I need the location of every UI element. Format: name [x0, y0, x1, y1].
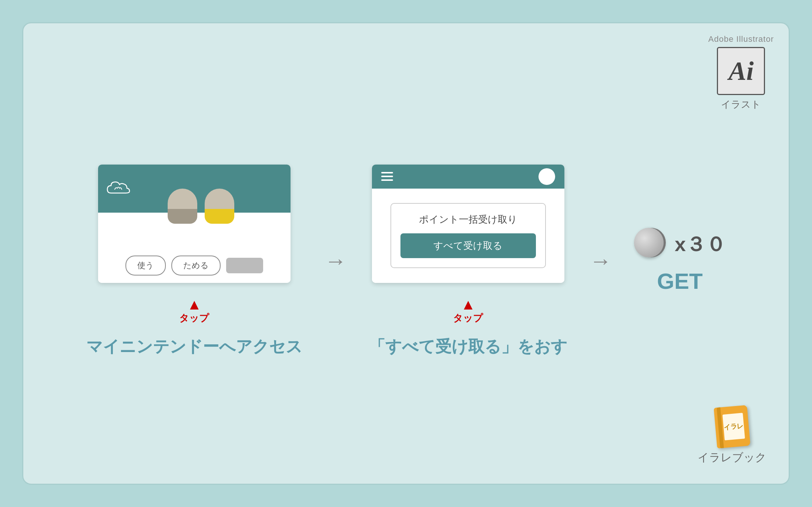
gray-button	[226, 258, 263, 273]
screen1-mockup: 使う ためる	[98, 165, 291, 283]
steps-container: 使う ためる ▲ タップ マイニンテンドーへアクセス →	[57, 165, 755, 358]
step3: x３０ GET	[634, 228, 726, 294]
receive-all-button[interactable]: すべて受け取る	[400, 233, 536, 258]
step1-label: マイニンテンドーへアクセス	[86, 336, 302, 358]
point-card: ポイント一括受け取り すべて受け取る	[390, 203, 546, 268]
step2-tap-arrow: ▲	[461, 297, 476, 312]
coin-face	[634, 228, 664, 257]
get-coin-row: x３０	[634, 228, 726, 261]
avatar2-top	[205, 189, 234, 209]
ai-logo-box: Ai	[717, 47, 765, 95]
step1-tap-arrow: ▲	[187, 297, 202, 312]
step2-tap: ▲ タップ	[453, 297, 483, 325]
book-inner-text: イラレ	[723, 421, 744, 432]
arrow1: →	[325, 248, 347, 274]
illust-book: イラレ イラレブック	[698, 406, 766, 465]
hamburger-icon	[381, 172, 393, 181]
ai-label: イラスト	[721, 98, 761, 111]
step1-tap-label: タップ	[179, 312, 209, 325]
screen1-buttons: 使う ためる	[125, 256, 263, 276]
screen2-body: ポイント一括受け取り すべて受け取る	[372, 189, 564, 283]
screen2-header	[372, 165, 564, 189]
header-profile-circle	[538, 168, 555, 185]
avatar1	[168, 189, 197, 224]
avatar1-bottom	[168, 209, 197, 224]
step1-tap: ▲ タップ	[179, 297, 209, 325]
screen2-mockup: ポイント一括受け取り すべて受け取る	[372, 165, 564, 283]
get-section: x３０ GET	[634, 228, 726, 294]
avatar2-bottom	[205, 209, 234, 224]
ai-badge: Adobe Illustrator Ai イラスト	[708, 34, 774, 111]
book-icon: イラレ	[714, 405, 750, 448]
cloud-icon	[105, 180, 131, 197]
screen1-avatars	[168, 189, 234, 224]
coin-multiplier: x３０	[675, 231, 726, 258]
step1: 使う ためる ▲ タップ マイニンテンドーへアクセス	[86, 165, 302, 358]
screen1-header	[98, 165, 291, 213]
avatar1-top	[168, 189, 197, 209]
step2-tap-label: タップ	[453, 312, 483, 325]
point-card-title: ポイント一括受け取り	[419, 213, 517, 226]
tameru-button[interactable]: ためる	[171, 256, 221, 276]
hamburger-line3	[381, 179, 393, 181]
main-canvas: Adobe Illustrator Ai イラスト イラレ イラレブック	[22, 22, 790, 485]
coin-icon	[634, 228, 667, 261]
arrow2: →	[590, 248, 612, 274]
avatar2	[205, 189, 234, 224]
get-label: GET	[657, 268, 702, 294]
book-inner: イラレ	[722, 413, 745, 440]
illust-book-label: イラレブック	[698, 450, 766, 465]
step2: ポイント一括受け取り すべて受け取る ▲ タップ 「すべて受け取る」をおす	[369, 165, 567, 358]
app-name-label: Adobe Illustrator	[708, 34, 774, 44]
hamburger-line1	[381, 172, 393, 173]
hamburger-line2	[381, 176, 393, 177]
use-button[interactable]: 使う	[125, 256, 166, 276]
ai-logo-text: Ai	[728, 56, 754, 87]
step2-label: 「すべて受け取る」をおす	[369, 336, 567, 358]
